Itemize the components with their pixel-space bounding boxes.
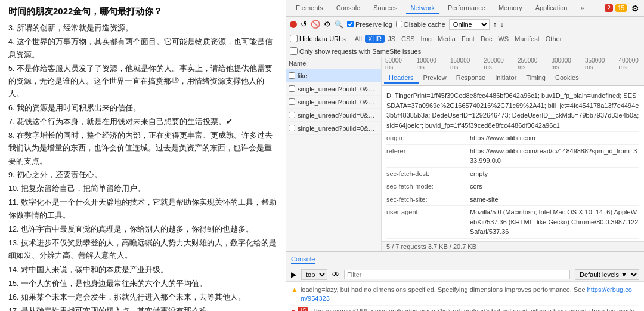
filter-type-font[interactable]: Font: [459, 35, 478, 43]
download-icon: ↓: [500, 20, 504, 29]
console-filter-input[interactable]: [344, 270, 570, 279]
request-checkbox[interactable]: [289, 125, 295, 131]
eye-icon[interactable]: 👁: [332, 270, 339, 279]
article-item: 3. 所谓的创新，经常就是再造资源。: [8, 22, 277, 35]
request-name: like: [298, 72, 308, 79]
filter-types: AllXHRJSCSSImgMediaFontDocWSManifestOthe…: [352, 35, 565, 43]
name-column-header: Name: [289, 60, 306, 67]
clear-icon[interactable]: 🚫: [311, 20, 320, 29]
reload-icon[interactable]: ↺: [301, 20, 307, 29]
detail-tab-timing[interactable]: Timing: [521, 73, 550, 84]
search-icon[interactable]: 🔍: [335, 20, 343, 29]
tab-network[interactable]: Network: [406, 3, 439, 14]
console-log-area: ▲ loading=lazy, but had no dimensions sp…: [286, 282, 644, 311]
article-item: 16. 如果某个未来一定会发生，那就先行进入那个未来，去等其他人。: [8, 291, 277, 304]
header-value: Mozilla/5.0 (Macintosh; Intel Mac OS X 1…: [470, 207, 639, 237]
header-value: cors: [470, 181, 482, 192]
request-item[interactable]: single_unread?build=0&mobi...: [286, 96, 381, 109]
samesite-text: Only show requests with SameSite issues: [299, 48, 421, 55]
devtools-tabs: Elements Console Sources Network Perform…: [286, 0, 644, 17]
article-item: 14. 对中国人来说，碳中和的本质是产业升级。: [8, 264, 277, 276]
filter-type-all[interactable]: All: [352, 35, 365, 43]
samesite-label[interactable]: Only show requests with SameSite issues: [290, 47, 421, 55]
timeline-label: 50000 ms: [385, 57, 404, 70]
detail-tab-initiator[interactable]: Initiator: [490, 73, 521, 84]
throttle-select[interactable]: Online Fast 3G Slow 3G: [449, 19, 490, 30]
timeline-label: 250000 ms: [518, 57, 540, 70]
filter-type-media[interactable]: Media: [435, 35, 459, 43]
article-item: 9. 初心之外，还要责任心。: [8, 169, 277, 181]
preserve-log-checkbox[interactable]: [347, 21, 354, 27]
tab-sources[interactable]: Sources: [369, 3, 402, 14]
warning-icon: ▲: [291, 285, 298, 294]
tab-console[interactable]: Console: [332, 3, 365, 14]
devtools-badges: 2 15 ⚙: [605, 4, 639, 13]
timeline-label: 400000 ms: [619, 57, 641, 70]
detail-tab-cookies[interactable]: Cookies: [550, 73, 584, 84]
console-log-text: loading=lazy, but had no dimensions spec…: [301, 285, 639, 304]
detail-tab-headers[interactable]: Headers: [384, 73, 419, 84]
header-value: same-site: [470, 195, 499, 205]
request-item[interactable]: single_unread?build=0&mobi...: [286, 82, 381, 96]
filter-type-manifest[interactable]: Manifest: [512, 35, 543, 43]
context-select[interactable]: top: [301, 269, 327, 280]
disable-cache-label[interactable]: Disable cache: [396, 21, 445, 28]
console-header: Console: [286, 252, 644, 267]
network-main: Name likesingle_unread?build=0&mobi...si…: [286, 57, 644, 251]
request-checkbox[interactable]: [289, 112, 295, 118]
request-item[interactable]: like: [286, 69, 381, 82]
tab-memory[interactable]: Memory: [494, 3, 527, 14]
filter-type-img[interactable]: Img: [418, 35, 435, 43]
hide-data-urls-checkbox[interactable]: [290, 35, 298, 42]
samesite-checkbox[interactable]: [290, 47, 298, 55]
header-rows: D; TingerPrint=1ff45f39Ced8e8fcc4486bf06…: [386, 90, 639, 239]
tab-application[interactable]: Application: [531, 3, 572, 14]
tab-performance[interactable]: Performance: [443, 3, 490, 14]
filter-types-row: Hide data URLs AllXHRJSCSSImgMediaFontDo…: [286, 32, 644, 45]
article-item: 4. 这个世界的万事万物，其实都有两个面目。它可能是物质资源，也可能是信息资源。: [8, 36, 277, 61]
header-key: sec-fetch-mode:: [386, 181, 470, 192]
tab-more[interactable]: »: [575, 3, 589, 14]
log-link[interactable]: https://crbug.com/954323: [301, 286, 632, 302]
samesite-row: Only show requests with SameSite issues: [286, 45, 644, 57]
request-checkbox[interactable]: [289, 72, 295, 79]
article-item: 6. 我的资源是用时间积累出来的信任。: [8, 102, 277, 115]
request-item[interactable]: single_unread?build=0&mobi...: [286, 122, 381, 135]
console-toolbar: ▶ top 👁 Default levels ▼ Verbose Info Wa…: [286, 267, 644, 282]
settings-icon[interactable]: ⚙: [631, 4, 639, 13]
article-item: 13. 技术进步不仅奖励攀登的人，高瞻远瞩的人势力大财雄的人，数字化给的是细如发…: [8, 237, 277, 263]
hide-data-urls-label[interactable]: Hide data URLs: [290, 35, 346, 42]
console-tab[interactable]: Console: [291, 255, 315, 264]
status-bar-text: 5 / 7 requests 3.7 KB / 20.7 KB: [386, 243, 476, 250]
tab-elements[interactable]: Elements: [291, 3, 328, 14]
record-button[interactable]: [290, 21, 297, 28]
preserve-log-label[interactable]: Preserve log: [347, 21, 392, 28]
console-icon: ▶: [291, 270, 296, 279]
error-badge: 2: [605, 4, 613, 12]
filter-type-xhr[interactable]: XHR: [365, 35, 385, 43]
hide-data-urls-text: Hide data URLs: [299, 35, 346, 42]
header-key: origin:: [386, 133, 470, 143]
timeline-row: 50000 ms100000 ms150000 ms200000 ms25000…: [382, 57, 644, 70]
filter-type-css[interactable]: CSS: [398, 35, 418, 43]
filter-type-doc[interactable]: Doc: [478, 35, 496, 43]
header-key: sec-fetch-dest:: [386, 169, 470, 179]
filter-type-ws[interactable]: WS: [495, 35, 512, 43]
request-checkbox[interactable]: [289, 85, 295, 92]
detail-tab-response[interactable]: Response: [451, 73, 491, 84]
filter-type-other[interactable]: Other: [543, 35, 565, 43]
disable-cache-checkbox[interactable]: [396, 21, 402, 27]
timeline-label: 350000 ms: [585, 57, 607, 70]
detail-tab-preview[interactable]: Preview: [419, 73, 451, 84]
filter-type-js[interactable]: JS: [385, 35, 398, 43]
console-log-item-2: ● 15 The resource <URL> was preloaded us…: [291, 306, 639, 311]
request-item[interactable]: single_unread?build=0&mobi...: [286, 109, 381, 122]
header-row: sec-fetch-dest:empty: [386, 168, 639, 181]
article-item: 11. 数字化不是一个什么开天辟地的技术，它就是帮助你实现关怀的工具，帮助你做事…: [8, 196, 277, 222]
filter-icon[interactable]: ⚙: [324, 20, 331, 29]
article-item: 7. 花钱这个行为本身，就是在用钱对未来自己想要的生活投票。✔: [8, 116, 277, 128]
request-checkbox[interactable]: [289, 98, 295, 105]
header-key: sec-fetch-site:: [386, 195, 470, 205]
article-items: 3. 所谓的创新，经常就是再造资源。4. 这个世界的万事万物，其实都有两个面目。…: [8, 22, 277, 311]
levels-select[interactable]: Default levels ▼ Verbose Info Warnings E…: [575, 269, 639, 280]
